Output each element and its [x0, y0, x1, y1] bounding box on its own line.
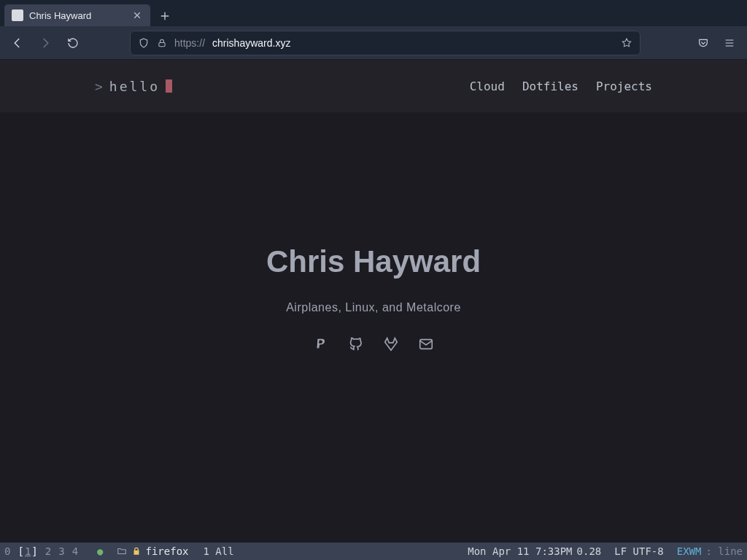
- shield-icon[interactable]: [138, 37, 150, 49]
- forward-button[interactable]: [35, 33, 55, 53]
- hamburger-menu-icon[interactable]: [719, 33, 740, 53]
- toolbar-right: [693, 33, 740, 53]
- workspace-0[interactable]: 0: [4, 545, 10, 557]
- workspace-3[interactable]: 3: [58, 545, 64, 557]
- emacs-modeline: 0 1 2 3 4 ● firefox 1 All Mon Apr 11 7:3…: [0, 542, 747, 560]
- bookmark-star-icon[interactable]: [621, 37, 632, 49]
- hero-socials: [313, 336, 434, 352]
- gitlab-icon[interactable]: [383, 336, 399, 352]
- buffer-name: firefox: [146, 545, 189, 557]
- workspace-indicator[interactable]: 0 1 2 3 4: [4, 545, 78, 557]
- new-tab-button[interactable]: [155, 6, 175, 26]
- workspace-4[interactable]: 4: [72, 545, 78, 557]
- url-host: chrishayward.xyz: [212, 37, 290, 49]
- browser-toolbar: https://chrishayward.xyz: [0, 26, 747, 60]
- hero: Chris Hayward Airplanes, Linux, and Meta…: [0, 83, 747, 513]
- url-protocol: https://: [174, 37, 205, 49]
- folder-icon: [117, 546, 127, 556]
- favicon-icon: [12, 9, 23, 21]
- reload-button[interactable]: [63, 33, 83, 53]
- web-page: > hello Cloud Dotfiles Projects Chris Ha…: [0, 60, 747, 542]
- status-dot-icon: ●: [97, 545, 103, 557]
- workspace-2[interactable]: 2: [45, 545, 51, 557]
- hero-title: Chris Hayward: [266, 244, 481, 279]
- mail-icon[interactable]: [418, 336, 434, 352]
- lock-icon[interactable]: [157, 38, 167, 48]
- pocket-icon[interactable]: [693, 33, 713, 53]
- url-bar[interactable]: https://chrishayward.xyz: [130, 31, 640, 55]
- hero-tagline: Airplanes, Linux, and Metalcore: [286, 301, 461, 314]
- modeline-clock: Mon Apr 11 7:33PM: [468, 545, 572, 557]
- paypal-icon[interactable]: [313, 336, 329, 352]
- modeline-load: 0.28: [577, 545, 602, 557]
- workspace-1[interactable]: 1: [18, 545, 37, 557]
- back-button[interactable]: [7, 33, 28, 53]
- readonly-lock-icon: [131, 546, 142, 556]
- modeline-major-mode: EXWM: [677, 545, 702, 557]
- svg-rect-0: [159, 42, 165, 46]
- github-icon[interactable]: [348, 336, 364, 352]
- tab-close-icon[interactable]: [131, 9, 143, 21]
- modeline-encoding: LF UTF-8: [614, 545, 663, 557]
- tab-title: Chris Hayward: [29, 10, 125, 21]
- line-info: 1 All: [204, 545, 234, 557]
- tab-strip: Chris Hayward: [0, 0, 747, 26]
- modeline-minor: : line: [705, 545, 743, 557]
- browser-tab[interactable]: Chris Hayward: [4, 4, 150, 26]
